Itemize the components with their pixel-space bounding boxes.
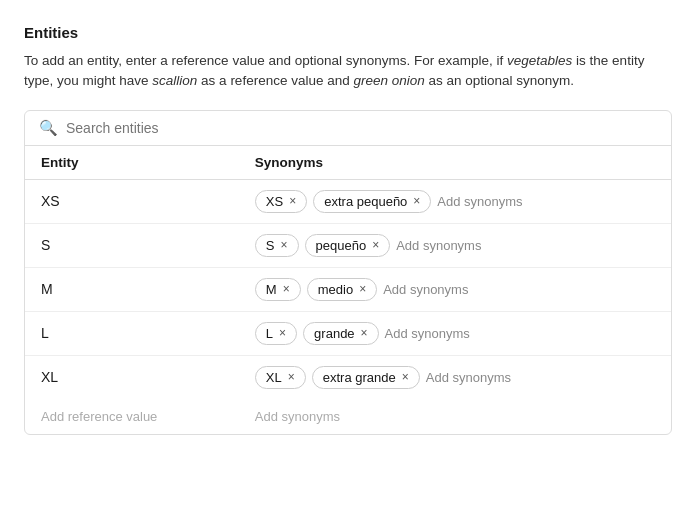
synonyms-cell: XL×extra grande×Add synonyms — [239, 355, 671, 399]
synonym-tag: extra grande× — [312, 366, 420, 389]
tag-close-button[interactable]: × — [372, 238, 379, 252]
synonym-tag: extra pequeño× — [313, 190, 431, 213]
synonym-tag: medio× — [307, 278, 377, 301]
synonyms-cell: M×medio×Add synonyms — [239, 267, 671, 311]
tag-label: extra grande — [323, 370, 396, 385]
synonyms-cell: S×pequeño×Add synonyms — [239, 223, 671, 267]
col-synonyms: Synonyms — [239, 146, 671, 180]
synonym-tag: S× — [255, 234, 299, 257]
add-reference-row: Add reference value Add synonyms — [25, 399, 671, 434]
tag-label: XS — [266, 194, 283, 209]
page-title: Entities — [24, 24, 672, 41]
tag-close-button[interactable]: × — [361, 326, 368, 340]
add-synonyms-button[interactable]: Add synonyms — [385, 326, 470, 341]
table-row: SS×pequeño×Add synonyms — [25, 223, 671, 267]
search-input[interactable] — [66, 120, 657, 136]
entity-name: S — [25, 223, 239, 267]
synonym-tag: grande× — [303, 322, 379, 345]
table-row: XLXL×extra grande×Add synonyms — [25, 355, 671, 399]
entity-name: XS — [25, 179, 239, 223]
add-synonyms-button[interactable]: Add synonyms — [396, 238, 481, 253]
search-icon: 🔍 — [39, 119, 58, 137]
table-row: LL×grande×Add synonyms — [25, 311, 671, 355]
add-synonyms-button[interactable]: Add synonyms — [437, 194, 522, 209]
tag-label: medio — [318, 282, 353, 297]
synonym-tag: XL× — [255, 366, 306, 389]
synonym-tag: L× — [255, 322, 297, 345]
add-synonyms-button[interactable]: Add synonyms — [383, 282, 468, 297]
tag-close-button[interactable]: × — [359, 282, 366, 296]
synonym-tag: pequeño× — [305, 234, 391, 257]
tag-label: M — [266, 282, 277, 297]
tag-close-button[interactable]: × — [413, 194, 420, 208]
synonym-tag: XS× — [255, 190, 307, 213]
add-ref-value[interactable]: Add reference value — [25, 399, 239, 434]
description-text: To add an entity, enter a reference valu… — [24, 51, 672, 92]
entity-name: XL — [25, 355, 239, 399]
table-header-row: Entity Synonyms — [25, 146, 671, 180]
add-synonyms-button[interactable]: Add synonyms — [426, 370, 511, 385]
table-row: MM×medio×Add synonyms — [25, 267, 671, 311]
tag-close-button[interactable]: × — [279, 326, 286, 340]
tag-label: L — [266, 326, 273, 341]
search-bar: 🔍 — [25, 111, 671, 146]
add-synonyms-footer[interactable]: Add synonyms — [239, 399, 671, 434]
tag-close-button[interactable]: × — [402, 370, 409, 384]
synonym-tag: M× — [255, 278, 301, 301]
entities-container: 🔍 Entity Synonyms XSXS×extra pequeño×Add… — [24, 110, 672, 435]
tag-label: pequeño — [316, 238, 367, 253]
tag-label: grande — [314, 326, 354, 341]
tag-label: S — [266, 238, 275, 253]
synonyms-cell: L×grande×Add synonyms — [239, 311, 671, 355]
entities-table: Entity Synonyms XSXS×extra pequeño×Add s… — [25, 146, 671, 434]
tag-close-button[interactable]: × — [288, 370, 295, 384]
table-row: XSXS×extra pequeño×Add synonyms — [25, 179, 671, 223]
tag-label: XL — [266, 370, 282, 385]
tag-close-button[interactable]: × — [281, 238, 288, 252]
synonyms-cell: XS×extra pequeño×Add synonyms — [239, 179, 671, 223]
tag-label: extra pequeño — [324, 194, 407, 209]
tag-close-button[interactable]: × — [289, 194, 296, 208]
col-entity: Entity — [25, 146, 239, 180]
tag-close-button[interactable]: × — [283, 282, 290, 296]
entity-name: M — [25, 267, 239, 311]
entity-name: L — [25, 311, 239, 355]
